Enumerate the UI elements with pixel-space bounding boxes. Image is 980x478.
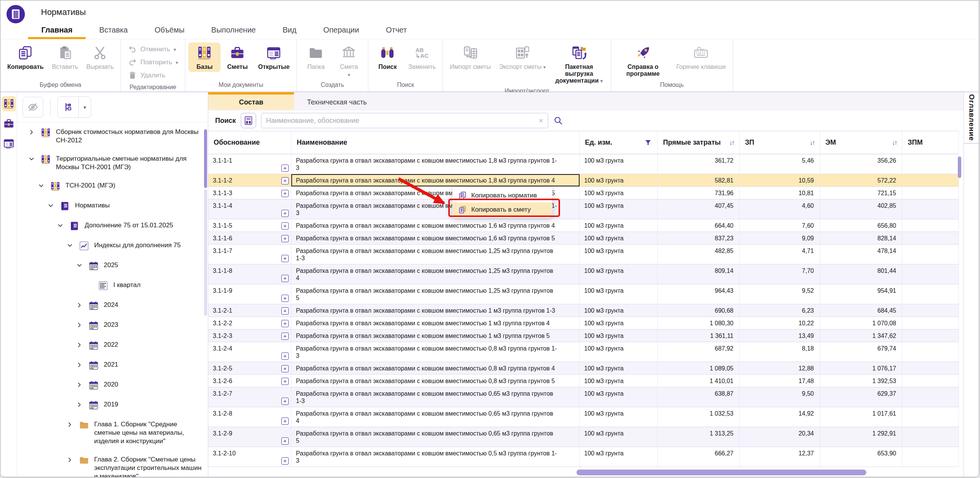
chevron-down-icon[interactable]	[75, 261, 83, 270]
button-базы[interactable]: Базы	[188, 42, 220, 72]
column-header-зпм[interactable]: ЗПМ	[902, 131, 959, 154]
expand-row-icon[interactable]: +	[281, 378, 289, 385]
table-row[interactable]: 3.1-1-5+Разработка грунта в отвал экскав…	[208, 219, 959, 232]
tree-view-split-button[interactable]: ▾	[57, 96, 91, 118]
chevron-right-icon[interactable]	[65, 420, 74, 429]
ribbon-tab-вставка[interactable]: Вставка	[86, 23, 141, 39]
chevron-right-icon[interactable]	[75, 400, 83, 409]
table-row[interactable]: 3.1-1-8+Разработка грунта в отвал экскав…	[208, 264, 959, 284]
tree-item-тсн-2001-мгэ[interactable]: ТСН-2001 (МГЭ)	[17, 181, 203, 191]
tree-item-2021[interactable]: 2021	[17, 360, 203, 370]
tab-sostav[interactable]: Состав	[208, 92, 294, 110]
expand-row-icon[interactable]: +	[281, 352, 289, 360]
button-поиск[interactable]: Поиск	[371, 42, 403, 72]
tree-view-icon[interactable]	[58, 97, 78, 117]
tree-item-глава-1-сборник-средние-сметные-цены-на-[interactable]: Глава 1. Сборник "Средние сметные цены н…	[17, 420, 203, 445]
chevron-down-icon[interactable]	[27, 154, 36, 163]
sort-icon[interactable]: ↓↑	[729, 139, 734, 146]
ribbon-tab-главная[interactable]: Главная	[28, 23, 86, 39]
button-вставить[interactable]: Вставить	[48, 42, 82, 72]
table-hscrollbar[interactable]	[577, 470, 866, 475]
chevron-right-icon[interactable]	[75, 320, 83, 330]
button-папка[interactable]: Папка	[300, 42, 332, 72]
chevron-right-icon[interactable]	[75, 340, 83, 349]
chevron-down-icon[interactable]	[46, 201, 55, 210]
table-row[interactable]: 3.1-2-2+Разработка грунта в отвал экскав…	[208, 317, 959, 330]
ribbon-tab-отчет[interactable]: Отчет	[372, 23, 420, 39]
toc-tab[interactable]: Оглавление	[964, 92, 979, 144]
button-справка-о-программе[interactable]: Справка о программе	[614, 42, 672, 79]
table-row[interactable]: 3.1-1-9+Разработка грунта в отвал экскав…	[208, 284, 959, 304]
table-row[interactable]: 3.1-1-6+Разработка грунта в отвал экскав…	[208, 232, 959, 245]
tree-item-2024[interactable]: 2024	[17, 300, 203, 311]
button-сметы[interactable]: Сметы	[221, 42, 253, 72]
button-копировать[interactable]: Копировать	[3, 42, 47, 72]
expand-row-icon[interactable]: +	[281, 457, 289, 465]
expand-row-icon[interactable]: +	[281, 320, 289, 327]
table-row[interactable]: 3.1-1-4+Разработка грунта в отвал экскав…	[208, 199, 959, 219]
expand-row-icon[interactable]: +	[281, 255, 289, 262]
tree-item-глава-2-сборник-сметные-цены-эксплуатаци[interactable]: Глава 2. Сборник "Сметные цены эксплуата…	[17, 455, 203, 477]
tree-item-i-квартал[interactable]: I квартал	[17, 281, 203, 291]
strip-item-opened[interactable]	[2, 136, 16, 151]
chevron-right-icon[interactable]	[75, 360, 83, 369]
sort-icon[interactable]: ↓↑	[810, 139, 814, 146]
button-отменить[interactable]: Отменить▾	[128, 45, 178, 54]
expand-row-icon[interactable]: +	[281, 437, 289, 445]
tree-item-2022[interactable]: 2022	[17, 340, 203, 351]
expand-row-icon[interactable]: +	[281, 235, 289, 242]
expand-row-icon[interactable]: +	[281, 398, 289, 405]
button-экспорт-сметы[interactable]: Экспорт сметы ▾	[495, 42, 550, 72]
column-header-зп[interactable]: ЗП↓↑	[740, 131, 820, 154]
expand-row-icon[interactable]: +	[281, 307, 289, 315]
table-vscrollbar-thumb[interactable]	[958, 157, 961, 178]
chevron-down-icon[interactable]	[37, 181, 45, 190]
filter-icon[interactable]	[644, 139, 652, 147]
ribbon-tab-вид[interactable]: Вид	[269, 23, 310, 39]
search-submit-icon[interactable]	[553, 116, 563, 126]
dropdown-caret-icon[interactable]: ▾	[348, 72, 350, 78]
expand-row-icon[interactable]: +	[281, 165, 289, 172]
button-смета[interactable]: Смета▾	[333, 42, 365, 79]
button-повторить[interactable]: Повторить▾	[128, 58, 178, 67]
button-пакетная-выгрузка-документации[interactable]: Пакетная выгрузка документации ▾	[550, 42, 608, 86]
button-удалить[interactable]: Удалить	[128, 71, 178, 80]
table-row[interactable]: 3.1-2-9+Разработка грунта в отвал экскав…	[208, 427, 959, 447]
chevron-right-icon[interactable]	[75, 380, 83, 389]
chevron-right-icon[interactable]	[75, 300, 83, 310]
hide-panel-button[interactable]	[23, 97, 43, 117]
tree-item-2025[interactable]: 2025	[17, 261, 203, 271]
strip-item-estimates[interactable]	[2, 116, 16, 131]
column-header-наименование[interactable]: Наименование	[291, 131, 580, 154]
ribbon-tab-объ-мы[interactable]: Объёмы	[141, 23, 198, 39]
expand-row-icon[interactable]: +	[281, 333, 289, 340]
tree-item-территориальные-сметные-нормативы-для-мо[interactable]: Территориальные сметные нормативы для Мо…	[17, 154, 203, 171]
table-row[interactable]: 3.1-1-7+Разработка грунта в отвал экскав…	[208, 245, 959, 264]
table-row[interactable]: 3.1-2-5+Разработка грунта в отвал экскав…	[208, 362, 959, 375]
tree-item-сборник-стоимостных-нормативов-для-москв[interactable]: Сборник стоимостных нормативов для Москв…	[17, 127, 203, 145]
table-row[interactable]: 3.1-1-2+Разработка грунта в отвал экскав…	[208, 174, 959, 187]
table-row[interactable]: 3.1-2-1+Разработка грунта в отвал экскав…	[208, 304, 959, 317]
column-header-обоснование[interactable]: Обоснование	[208, 131, 291, 154]
column-header-ед-изм[interactable]: Ед. изм.	[580, 131, 658, 154]
expand-row-icon[interactable]: +	[281, 365, 289, 372]
search-input[interactable]	[266, 117, 536, 125]
chevron-right-icon[interactable]	[65, 455, 74, 464]
expand-row-icon[interactable]: +	[281, 210, 289, 217]
expand-row-icon[interactable]: +	[281, 177, 289, 184]
sort-icon[interactable]: ↓↑	[892, 139, 897, 146]
dropdown-caret-icon[interactable]: ▾	[600, 78, 603, 84]
table-row[interactable]: 3.1-2-7+Разработка грунта в отвал экскав…	[208, 387, 959, 407]
dropdown-caret-icon[interactable]: ▾	[176, 60, 178, 65]
table-row[interactable]: 3.1-2-6+Разработка грунта в отвал экскав…	[208, 375, 959, 387]
dropdown-caret-icon[interactable]: ▾	[173, 47, 176, 52]
button-импорт-сметы[interactable]: Импорт сметы	[446, 42, 495, 72]
table-row[interactable]: 3.1-1-3+Разработка грунта в отвал экскав…	[208, 187, 959, 199]
ribbon-tab-выполнение[interactable]: Выполнение	[198, 23, 269, 39]
expand-row-icon[interactable]: +	[281, 295, 289, 302]
sidebar-scrollbar-track[interactable]	[204, 189, 207, 316]
expand-row-icon[interactable]: +	[281, 190, 289, 197]
table-row[interactable]: 3.1-1-1+Разработка грунта в отвал экскав…	[208, 154, 959, 174]
tree-item-индексы-для-дополнения-75[interactable]: Индексы для дополнения 75	[17, 241, 203, 251]
clear-search-icon[interactable]: ×	[539, 116, 543, 125]
